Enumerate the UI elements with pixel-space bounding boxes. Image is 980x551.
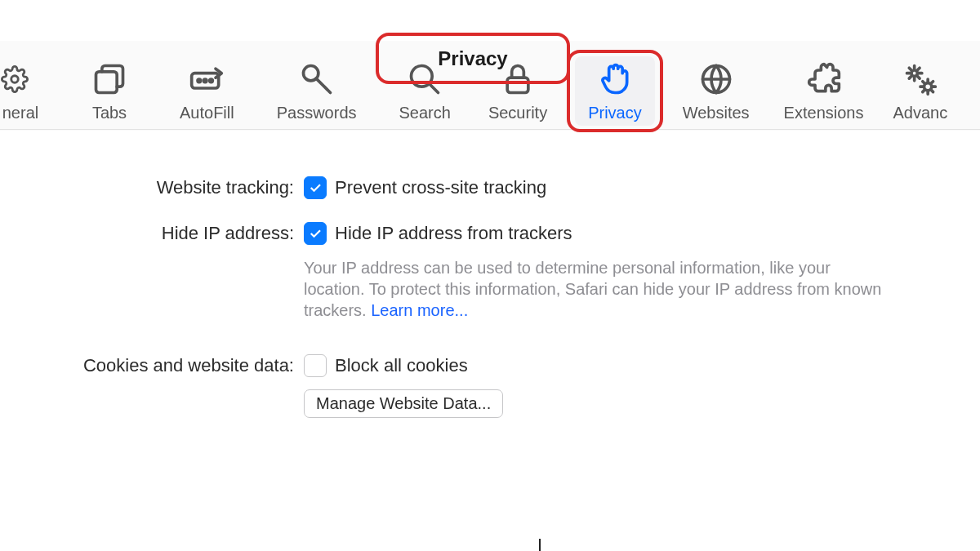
- autofill-icon: [187, 60, 226, 99]
- learn-more-link[interactable]: Learn more...: [371, 301, 468, 319]
- preferences-window: Privacy neral Tabs AutoFill: [0, 0, 980, 551]
- tab-label: Websites: [683, 104, 750, 122]
- puzzle-icon: [804, 60, 844, 99]
- checkbox-label: Block all cookies: [335, 353, 468, 378]
- tab-passwords[interactable]: Passwords: [265, 45, 368, 129]
- tab-general[interactable]: neral: [0, 45, 52, 129]
- checkbox-icon: [304, 222, 327, 245]
- tab-extensions[interactable]: Extensions: [773, 45, 875, 129]
- tab-label: Privacy: [588, 104, 642, 122]
- tab-label: Passwords: [277, 104, 357, 122]
- tab-label: Extensions: [784, 104, 864, 122]
- hide-ip-description: Your IP address can be used to determine…: [304, 257, 892, 321]
- tab-privacy-highlight: Privacy: [567, 50, 663, 132]
- gears-icon: [901, 60, 940, 99]
- tab-autofill[interactable]: AutoFill: [168, 45, 246, 129]
- window-title: Privacy: [438, 47, 507, 70]
- svg-point-4: [204, 79, 207, 82]
- hand-icon: [595, 60, 635, 99]
- row-label: Website tracking:: [0, 176, 304, 200]
- svg-point-5: [210, 79, 213, 82]
- row-hide-ip-address: Hide IP address: Hide IP address from tr…: [0, 221, 980, 321]
- tab-advanced[interactable]: Advanc: [881, 45, 947, 129]
- checkbox-prevent-cross-site-tracking[interactable]: Prevent cross-site tracking: [304, 176, 960, 200]
- svg-point-3: [198, 79, 201, 82]
- key-icon: [297, 60, 336, 99]
- tab-label: AutoFill: [180, 104, 234, 122]
- row-label: Cookies and website data:: [0, 353, 304, 378]
- tab-label: neral: [2, 104, 38, 122]
- checkbox-label: Hide IP address from trackers: [335, 221, 572, 246]
- row-label: Hide IP address:: [0, 221, 304, 246]
- tab-privacy[interactable]: Privacy: [575, 56, 655, 126]
- checkbox-icon: [304, 354, 327, 377]
- gear-icon: [1, 60, 29, 99]
- privacy-pane: Website tracking: Prevent cross-site tra…: [0, 130, 980, 418]
- text-cursor: [539, 539, 541, 551]
- tab-tabs[interactable]: Tabs: [78, 45, 140, 129]
- tab-label: Security: [488, 104, 547, 122]
- globe-icon: [697, 60, 736, 99]
- manage-website-data-button[interactable]: Manage Website Data...: [304, 389, 503, 418]
- window-title-highlight: Privacy: [376, 33, 570, 84]
- tab-label: Tabs: [92, 104, 127, 122]
- tab-label: Advanc: [893, 104, 947, 122]
- tab-websites[interactable]: Websites: [671, 45, 761, 129]
- tabs-icon: [90, 60, 129, 99]
- row-website-tracking: Website tracking: Prevent cross-site tra…: [0, 176, 980, 200]
- row-cookies: Cookies and website data: Block all cook…: [0, 353, 980, 418]
- checkbox-label: Prevent cross-site tracking: [335, 176, 546, 200]
- checkbox-hide-ip-from-trackers[interactable]: Hide IP address from trackers: [304, 221, 960, 246]
- checkbox-icon: [304, 176, 327, 199]
- svg-point-0: [11, 76, 19, 83]
- svg-rect-1: [96, 72, 118, 93]
- checkbox-block-all-cookies[interactable]: Block all cookies: [304, 353, 960, 378]
- tab-label: Search: [399, 104, 451, 122]
